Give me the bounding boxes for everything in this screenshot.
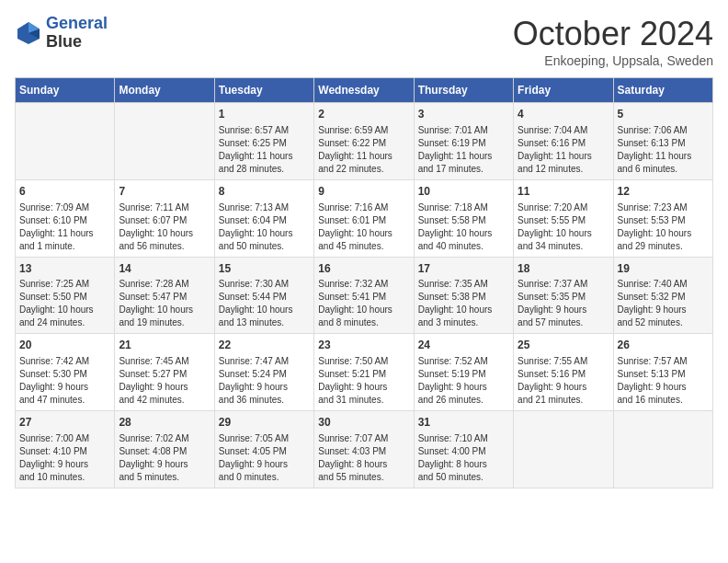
day-info: Sunrise: 7:07 AM Sunset: 4:03 PM Dayligh… (318, 432, 409, 484)
calendar-day-cell: 10Sunrise: 7:18 AM Sunset: 5:58 PM Dayli… (414, 179, 513, 257)
weekday-header-cell: Saturday (613, 78, 712, 103)
calendar-day-cell: 24Sunrise: 7:52 AM Sunset: 5:19 PM Dayli… (414, 334, 513, 411)
calendar-day-cell (514, 411, 613, 488)
day-number: 2 (318, 107, 409, 122)
calendar-day-cell: 14Sunrise: 7:28 AM Sunset: 5:47 PM Dayli… (115, 257, 214, 334)
day-info: Sunrise: 7:11 AM Sunset: 6:07 PM Dayligh… (119, 201, 210, 253)
calendar-week-row: 6Sunrise: 7:09 AM Sunset: 6:10 PM Daylig… (16, 179, 713, 257)
calendar-day-cell (16, 103, 115, 180)
weekday-header-cell: Sunday (16, 78, 115, 103)
day-info: Sunrise: 7:04 AM Sunset: 6:16 PM Dayligh… (518, 124, 609, 176)
calendar-day-cell: 31Sunrise: 7:10 AM Sunset: 4:00 PM Dayli… (414, 411, 513, 488)
calendar-day-cell: 6Sunrise: 7:09 AM Sunset: 6:10 PM Daylig… (16, 179, 115, 257)
logo-text: General Blue (46, 15, 108, 52)
calendar-day-cell: 8Sunrise: 7:13 AM Sunset: 6:04 PM Daylig… (214, 179, 313, 257)
calendar-day-cell: 1Sunrise: 6:57 AM Sunset: 6:25 PM Daylig… (214, 103, 313, 180)
day-info: Sunrise: 7:00 AM Sunset: 4:10 PM Dayligh… (19, 432, 110, 484)
calendar-day-cell: 16Sunrise: 7:32 AM Sunset: 5:41 PM Dayli… (314, 257, 414, 334)
day-number: 25 (518, 338, 609, 353)
day-info: Sunrise: 7:23 AM Sunset: 5:53 PM Dayligh… (618, 201, 709, 253)
day-number: 18 (518, 261, 609, 277)
calendar-day-cell: 4Sunrise: 7:04 AM Sunset: 6:16 PM Daylig… (514, 103, 613, 180)
day-number: 19 (618, 261, 709, 277)
day-info: Sunrise: 7:16 AM Sunset: 6:01 PM Dayligh… (318, 201, 409, 253)
calendar-day-cell: 2Sunrise: 6:59 AM Sunset: 6:22 PM Daylig… (314, 103, 414, 180)
calendar-day-cell: 20Sunrise: 7:42 AM Sunset: 5:30 PM Dayli… (16, 334, 115, 411)
calendar-day-cell: 22Sunrise: 7:47 AM Sunset: 5:24 PM Dayli… (214, 334, 313, 411)
day-info: Sunrise: 6:57 AM Sunset: 6:25 PM Dayligh… (219, 124, 310, 176)
day-number: 23 (318, 338, 409, 353)
calendar-day-cell: 25Sunrise: 7:55 AM Sunset: 5:16 PM Dayli… (514, 334, 613, 411)
location-subtitle: Enkoeping, Uppsala, Sweden (513, 53, 713, 68)
calendar-day-cell (115, 103, 214, 180)
day-info: Sunrise: 7:40 AM Sunset: 5:32 PM Dayligh… (618, 278, 709, 329)
calendar-day-cell: 17Sunrise: 7:35 AM Sunset: 5:38 PM Dayli… (414, 257, 513, 334)
calendar-day-cell: 18Sunrise: 7:37 AM Sunset: 5:35 PM Dayli… (514, 257, 613, 334)
day-number: 12 (618, 184, 709, 200)
day-number: 27 (19, 415, 110, 431)
day-number: 4 (518, 107, 609, 122)
day-info: Sunrise: 7:13 AM Sunset: 6:04 PM Dayligh… (219, 201, 310, 253)
calendar-day-cell: 13Sunrise: 7:25 AM Sunset: 5:50 PM Dayli… (16, 257, 115, 334)
day-info: Sunrise: 6:59 AM Sunset: 6:22 PM Dayligh… (318, 124, 409, 176)
day-info: Sunrise: 7:30 AM Sunset: 5:44 PM Dayligh… (219, 278, 310, 329)
day-info: Sunrise: 7:02 AM Sunset: 4:08 PM Dayligh… (119, 432, 210, 484)
day-info: Sunrise: 7:52 AM Sunset: 5:19 PM Dayligh… (418, 355, 509, 407)
day-info: Sunrise: 7:09 AM Sunset: 6:10 PM Dayligh… (19, 201, 110, 253)
day-number: 24 (418, 338, 509, 353)
day-number: 15 (219, 261, 310, 277)
day-info: Sunrise: 7:50 AM Sunset: 5:21 PM Dayligh… (318, 355, 409, 407)
month-title: October 2024 (513, 15, 713, 53)
calendar-day-cell: 9Sunrise: 7:16 AM Sunset: 6:01 PM Daylig… (314, 179, 414, 257)
day-info: Sunrise: 7:37 AM Sunset: 5:35 PM Dayligh… (518, 278, 609, 329)
calendar-day-cell: 3Sunrise: 7:01 AM Sunset: 6:19 PM Daylig… (414, 103, 513, 180)
day-number: 6 (19, 184, 110, 200)
calendar-week-row: 27Sunrise: 7:00 AM Sunset: 4:10 PM Dayli… (16, 411, 713, 488)
day-info: Sunrise: 7:18 AM Sunset: 5:58 PM Dayligh… (418, 201, 509, 253)
calendar-day-cell: 26Sunrise: 7:57 AM Sunset: 5:13 PM Dayli… (613, 334, 712, 411)
calendar-day-cell: 29Sunrise: 7:05 AM Sunset: 4:05 PM Dayli… (214, 411, 313, 488)
calendar-body: 1Sunrise: 6:57 AM Sunset: 6:25 PM Daylig… (16, 103, 713, 488)
day-number: 20 (19, 338, 110, 353)
logo-icon (15, 19, 42, 47)
calendar-day-cell: 11Sunrise: 7:20 AM Sunset: 5:55 PM Dayli… (514, 179, 613, 257)
weekday-header-cell: Thursday (414, 78, 513, 103)
title-section: October 2024 Enkoeping, Uppsala, Sweden (513, 15, 713, 68)
day-info: Sunrise: 7:57 AM Sunset: 5:13 PM Dayligh… (618, 355, 709, 407)
weekday-header-row: SundayMondayTuesdayWednesdayThursdayFrid… (16, 78, 713, 103)
day-number: 28 (119, 415, 210, 431)
day-number: 21 (119, 338, 210, 353)
day-info: Sunrise: 7:05 AM Sunset: 4:05 PM Dayligh… (219, 432, 310, 484)
calendar-day-cell: 15Sunrise: 7:30 AM Sunset: 5:44 PM Dayli… (214, 257, 313, 334)
day-info: Sunrise: 7:20 AM Sunset: 5:55 PM Dayligh… (518, 201, 609, 253)
day-number: 10 (418, 184, 509, 200)
day-info: Sunrise: 7:25 AM Sunset: 5:50 PM Dayligh… (19, 278, 110, 329)
calendar-day-cell (613, 411, 712, 488)
calendar-day-cell: 30Sunrise: 7:07 AM Sunset: 4:03 PM Dayli… (314, 411, 414, 488)
day-number: 22 (219, 338, 310, 353)
day-info: Sunrise: 7:01 AM Sunset: 6:19 PM Dayligh… (418, 124, 509, 176)
day-number: 29 (219, 415, 310, 431)
day-info: Sunrise: 7:42 AM Sunset: 5:30 PM Dayligh… (19, 355, 110, 407)
calendar-day-cell: 19Sunrise: 7:40 AM Sunset: 5:32 PM Dayli… (613, 257, 712, 334)
day-number: 30 (318, 415, 409, 431)
weekday-header-cell: Friday (514, 78, 613, 103)
day-number: 14 (119, 261, 210, 277)
day-number: 11 (518, 184, 609, 200)
day-number: 7 (119, 184, 210, 200)
calendar-week-row: 20Sunrise: 7:42 AM Sunset: 5:30 PM Dayli… (16, 334, 713, 411)
calendar-day-cell: 28Sunrise: 7:02 AM Sunset: 4:08 PM Dayli… (115, 411, 214, 488)
weekday-header-cell: Tuesday (214, 78, 313, 103)
day-info: Sunrise: 7:06 AM Sunset: 6:13 PM Dayligh… (618, 124, 709, 176)
weekday-header-cell: Wednesday (314, 78, 414, 103)
weekday-header-cell: Monday (115, 78, 214, 103)
day-info: Sunrise: 7:45 AM Sunset: 5:27 PM Dayligh… (119, 355, 210, 407)
logo: General Blue (15, 15, 108, 52)
day-number: 5 (618, 107, 709, 122)
day-info: Sunrise: 7:35 AM Sunset: 5:38 PM Dayligh… (418, 278, 509, 329)
calendar-day-cell: 5Sunrise: 7:06 AM Sunset: 6:13 PM Daylig… (613, 103, 712, 180)
day-number: 17 (418, 261, 509, 277)
day-number: 31 (418, 415, 509, 431)
calendar-day-cell: 23Sunrise: 7:50 AM Sunset: 5:21 PM Dayli… (314, 334, 414, 411)
day-info: Sunrise: 7:28 AM Sunset: 5:47 PM Dayligh… (119, 278, 210, 329)
